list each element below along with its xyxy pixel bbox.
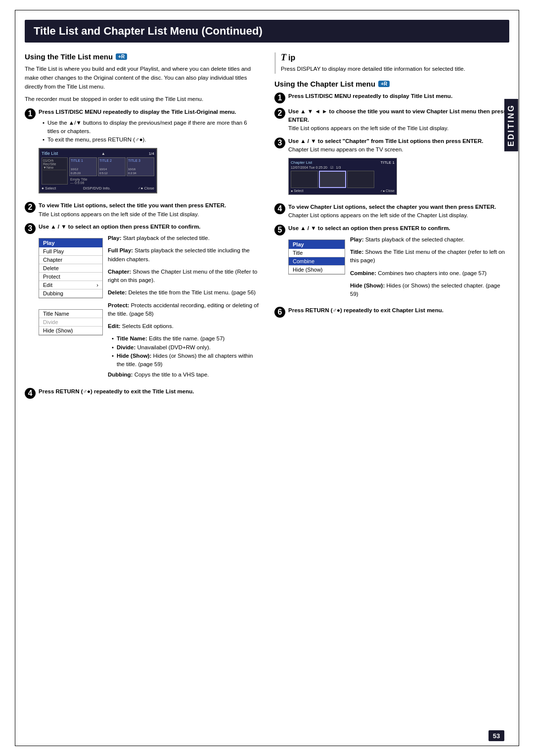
step-1-bullets: Use the ▲/▼ buttons to display the previ…	[39, 119, 260, 144]
menu-item-protect[interactable]: Protect	[39, 273, 102, 281]
chapter-thumb-3	[347, 171, 374, 188]
screen-counter: 1/4	[149, 151, 154, 156]
screen-thumb-2: TITLE 2 10/14 0:5:12	[98, 157, 126, 176]
right-menu-and-desc: Play Title Combine Hide (Show) Play: Sta…	[288, 236, 509, 303]
step-4-left-content: Press RETURN (♂●) repeatedly to exit the…	[39, 387, 260, 396]
menu-item-chapter[interactable]: Chapter	[39, 256, 102, 264]
step-2-right: 2 Use ▲ ▼ ◄ ► to choose the title you wa…	[274, 107, 509, 133]
tip-icon: T	[281, 52, 286, 63]
step-3-right: 3 Use ▲ / ▼ to select "Chapter" from Tit…	[274, 137, 509, 199]
chapter-footer-select: ● Select	[291, 189, 304, 192]
right-desc-title: Title: Shows the Title List menu of the …	[350, 248, 509, 265]
intro-p2: The recorder must be stopped in order to…	[25, 95, 260, 104]
tip-label: ip	[288, 53, 295, 62]
desc-delete: Delete: Deletes the title from the Title…	[108, 288, 260, 297]
left-menu-table-2: Title Name Divide Hide (Show)	[39, 309, 103, 335]
chapter-list-screen: Chapter List TITLE 1 12/07/2004 Tue 0:25…	[288, 158, 397, 195]
step-4-left: 4 Press RETURN (♂●) repeatedly to exit t…	[25, 387, 260, 399]
page-number: 53	[489, 730, 504, 741]
desc-edit: Edit: Selects Edit options.	[108, 322, 260, 331]
step-4-left-bold: Press RETURN (♂●) repeatedly to exit the…	[39, 388, 194, 394]
step-3-content: Use ▲ / ▼ to select an option then press…	[39, 223, 260, 383]
chapter-footer-close: ♂● Close	[380, 189, 395, 192]
screen-header: Title List ▲ 1/4	[42, 151, 154, 156]
step-1-content: Press LIST/DISC MENU repeatedly to displ…	[39, 108, 260, 197]
chapter-thumbs	[291, 171, 395, 188]
page-title-banner: Title List and Chapter List Menu (Contin…	[25, 20, 509, 43]
page-border-bottom	[15, 746, 519, 746]
step-2-right-content: Use ▲ ▼ ◄ ► to choose the title you want…	[288, 107, 509, 133]
step-1-bullet-1: Use the ▲/▼ buttons to display the previ…	[43, 119, 260, 136]
menu-item-edit-arrow: ›	[96, 282, 98, 288]
step-6-right-content: Press RETURN (♂●) repeatedly to exit Cha…	[288, 306, 509, 315]
empty-title-label: Empty Title--- 0:5:06	[69, 178, 154, 185]
menu-and-desc: Play Full Play Chapter Delete Protect Ed…	[39, 234, 260, 383]
tip-heading: Tip	[281, 52, 509, 63]
step-1: 1 Press LIST/DISC MENU repeatedly to dis…	[25, 108, 260, 197]
desc-protect: Protect: Protects accidental recording, …	[108, 301, 260, 319]
right-desc-hideshow: Hide (Show): Hides (or Shows) the select…	[350, 282, 509, 299]
menu-item-hideshowleft[interactable]: Hide (Show)	[39, 327, 102, 335]
step-4-right: 4 To view Chapter List options, select t…	[274, 203, 509, 220]
menu-header-play: Play	[39, 238, 102, 247]
step-3-bold: Use ▲ / ▼ to select an option then press…	[39, 224, 201, 230]
left-menu-container: Play Full Play Chapter Delete Protect Ed…	[39, 234, 103, 339]
left-column: Using the Title List menu +R The Title L…	[25, 52, 260, 403]
title-list-screen: Title List ▲ 1/4 01/OrhRec/Site▼New TITL…	[39, 148, 157, 193]
right-descriptions: Play: Starts playback of the selected ch…	[350, 236, 509, 303]
menu-item-delete[interactable]: Delete	[39, 264, 102, 273]
menu-item-dubbing[interactable]: Dubbing	[39, 289, 102, 298]
tip-box: Tip Press DISPLAY to display more detail…	[274, 52, 509, 74]
menu-item-titlename[interactable]: Title Name	[39, 310, 102, 318]
chapter-thumb-2	[319, 171, 346, 188]
menu-item-edit-label: Edit	[43, 282, 52, 288]
screen-footer-info: DISP/DVD Info.	[83, 186, 111, 190]
left-menu-table: Play Full Play Chapter Delete Protect Ed…	[39, 238, 103, 298]
menu-item-fullplay[interactable]: Full Play	[39, 247, 102, 256]
step-5-right-bold: Use ▲ / ▼ to select an option then press…	[288, 225, 450, 231]
page-border-top	[15, 10, 519, 10]
screen-footer-close: ♂● Close	[137, 186, 154, 190]
desc-fullplay: Full Play: Starts playback the selected …	[108, 246, 260, 264]
screen-thumb-3: TITLE 3 10/16 0:2:34	[127, 157, 154, 176]
right-menu-table: Play Title Combine Hide (Show)	[288, 239, 345, 275]
step-2-right-text: Title List options appears on the left s…	[288, 124, 509, 133]
step-2-text: Title List options appears on the left s…	[39, 210, 260, 219]
screen-title-row: TITLE 1 10/12 0:25:20 TITLE 2 10/14 0:5:…	[69, 157, 154, 176]
right-menu-container: Play Title Combine Hide (Show)	[288, 236, 345, 279]
page-border-right	[519, 10, 519, 746]
right-menu-item-combine[interactable]: Combine	[289, 257, 345, 266]
menu-item-divide: Divide	[39, 318, 102, 327]
badge-r-left: +R	[116, 53, 127, 60]
step-num-3-right: 3	[274, 138, 285, 148]
right-desc-play: Play: Starts playback of the selected ch…	[350, 236, 509, 244]
right-menu-item-title[interactable]: Title	[289, 249, 345, 257]
right-menu-item-hideshow[interactable]: Hide (Show)	[289, 266, 345, 274]
step-4-right-bold: To view Chapter List options, select the…	[288, 204, 496, 210]
step-num-1: 1	[25, 108, 36, 119]
editing-sidebar: EDITING	[504, 99, 518, 151]
step-1-bullet-2: To exit the menu, press RETURN (♂●).	[43, 136, 260, 144]
menu-item-edit[interactable]: Edit ›	[39, 281, 102, 289]
chapter-thumb-1	[291, 171, 318, 188]
screen-titles: TITLE 1 10/12 0:25:20 TITLE 2 10/14 0:5:…	[69, 157, 154, 185]
step-5-right: 5 Use ▲ / ▼ to select an option then pre…	[274, 224, 509, 303]
right-column: Tip Press DISPLAY to display more detail…	[274, 52, 509, 403]
desc-chapter: Chapter: Shows the Chapter List menu of …	[108, 268, 260, 285]
step-1-right-content: Press LIST/DISC MENU repeatedly to displ…	[288, 92, 509, 100]
step-num-4-right: 4	[274, 203, 285, 214]
step-num-4-left: 4	[25, 388, 36, 399]
step-5-right-content: Use ▲ / ▼ to select an option then press…	[288, 224, 509, 303]
step-num-1-right: 1	[274, 93, 285, 103]
step-2-bold: To view Title List options, select the t…	[39, 202, 226, 208]
desc-play: Play: Start playback of the selected tit…	[108, 234, 260, 242]
step-2: 2 To view Title List options, select the…	[25, 201, 260, 219]
step-num-3: 3	[25, 223, 36, 234]
step-2-right-bold: Use ▲ ▼ ◄ ► to choose the title you want…	[288, 108, 507, 123]
step-6-right-bold: Press RETURN (♂●) repeatedly to exit Cha…	[288, 307, 444, 313]
step-1-bold: Press LIST/DISC MENU repeatedly to displ…	[39, 109, 236, 115]
step-4-right-text: Chapter List options appears on the left…	[288, 211, 509, 220]
edit-bullets: Title Name: Edits the title name. (page …	[108, 334, 260, 369]
title-list-heading-text: Using the Title List menu	[25, 52, 113, 61]
chapter-screen-header: Chapter List TITLE 1	[291, 160, 395, 165]
